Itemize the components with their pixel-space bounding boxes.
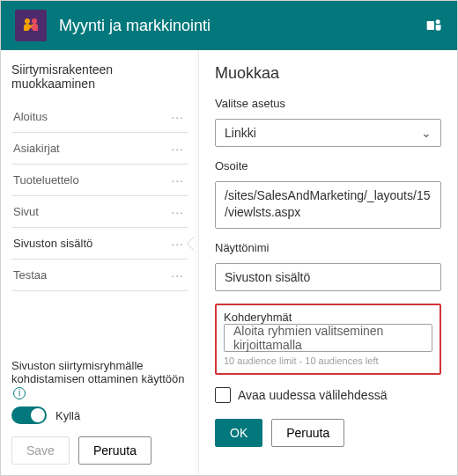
panel-cancel-button[interactable]: Peruuta xyxy=(271,419,344,447)
svg-point-1 xyxy=(32,18,37,24)
ok-button[interactable]: OK xyxy=(215,419,262,447)
audience-toggle-label: Sivuston siirtymisryhmälle kohdistamisen… xyxy=(11,359,188,399)
audience-label: Kohderyhmät xyxy=(224,311,432,324)
body: Siirtymisrakenteen muokkaaminen Aloitus … xyxy=(1,50,457,475)
nav-item-label: Aloitus xyxy=(13,110,48,123)
nav-item-sivut[interactable]: Sivut ··· xyxy=(11,196,188,228)
audience-toggle-state: Kyllä xyxy=(55,409,80,422)
app-frame: Myynti ja markkinointi Siirtymisrakentee… xyxy=(0,0,458,476)
nav-item-testaa[interactable]: Testaa ··· xyxy=(11,260,188,291)
setting-value: Linkki xyxy=(225,126,256,140)
site-header: Myynti ja markkinointi xyxy=(1,1,457,50)
open-new-tab-label: Avaa uudessa välilehdessä xyxy=(238,388,387,402)
handshake-icon xyxy=(20,15,41,36)
panel-title: Muokkaa xyxy=(215,64,441,83)
chevron-down-icon: ⌄ xyxy=(421,126,432,140)
nav-item-label: Asiakirjat xyxy=(13,142,60,155)
audience-toggle-row: Kyllä xyxy=(11,406,188,424)
site-title: Myynti ja markkinointi xyxy=(59,17,413,35)
nav-editor: Siirtymisrakenteen muokkaaminen Aloitus … xyxy=(1,50,198,475)
more-icon[interactable]: ··· xyxy=(171,173,184,187)
address-input[interactable] xyxy=(215,181,441,229)
teams-icon[interactable] xyxy=(425,17,443,34)
site-logo xyxy=(15,10,47,41)
panel-buttons: OK Peruuta xyxy=(215,419,441,447)
more-icon[interactable]: ··· xyxy=(171,205,184,219)
more-icon[interactable]: ··· xyxy=(171,142,184,156)
setting-select[interactable]: Linkki ⌄ xyxy=(215,119,441,147)
audience-hint: 10 audience limit - 10 audiences left xyxy=(224,355,432,366)
audience-placeholder: Aloita ryhmien valitseminen kirjoittamal… xyxy=(233,324,423,352)
svg-rect-2 xyxy=(427,21,434,30)
cancel-button[interactable]: Peruuta xyxy=(78,436,151,465)
displayname-input[interactable] xyxy=(215,263,441,291)
nav-item-aloitus[interactable]: Aloitus ··· xyxy=(11,101,188,133)
open-new-tab-row: Avaa uudessa välilehdessä xyxy=(215,387,441,403)
nav-editor-title: Siirtymisrakenteen muokkaaminen xyxy=(11,62,188,91)
nav-item-label: Testaa xyxy=(13,268,47,282)
open-new-tab-checkbox[interactable] xyxy=(215,387,231,403)
nav-item-label: Tuoteluettelo xyxy=(13,173,79,187)
more-icon[interactable]: ··· xyxy=(171,110,184,124)
selected-caret-icon xyxy=(188,237,195,251)
nav-item-tuoteluettelo[interactable]: Tuoteluettelo ··· xyxy=(11,165,188,196)
nav-item-label: Sivut xyxy=(13,205,39,218)
audience-toggle[interactable] xyxy=(11,406,47,424)
address-label: Osoite xyxy=(215,159,441,172)
nav-list: Aloitus ··· Asiakirjat ··· Tuoteluettelo… xyxy=(11,101,188,291)
more-icon[interactable]: ··· xyxy=(171,237,184,251)
edit-panel: Muokkaa Valitse asetus Linkki ⌄ Osoite N… xyxy=(198,50,457,475)
audience-section-highlight: Kohderyhmät Aloita ryhmien valitseminen … xyxy=(215,304,441,375)
save-button: Save xyxy=(11,436,70,465)
nav-item-label: Sivuston sisältö xyxy=(13,237,92,250)
nav-item-sivuston-sisalto[interactable]: Sivuston sisältö ··· xyxy=(11,228,188,260)
nav-item-asiakirjat[interactable]: Asiakirjat ··· xyxy=(11,133,188,165)
setting-label: Valitse asetus xyxy=(215,97,441,110)
svg-point-3 xyxy=(436,19,440,24)
left-buttons: Save Peruuta xyxy=(11,436,188,465)
svg-point-0 xyxy=(25,18,30,24)
audience-picker[interactable]: Aloita ryhmien valitseminen kirjoittamal… xyxy=(224,324,432,352)
more-icon[interactable]: ··· xyxy=(171,268,184,282)
displayname-label: Näyttönimi xyxy=(215,241,441,254)
info-icon[interactable]: i xyxy=(13,387,26,399)
